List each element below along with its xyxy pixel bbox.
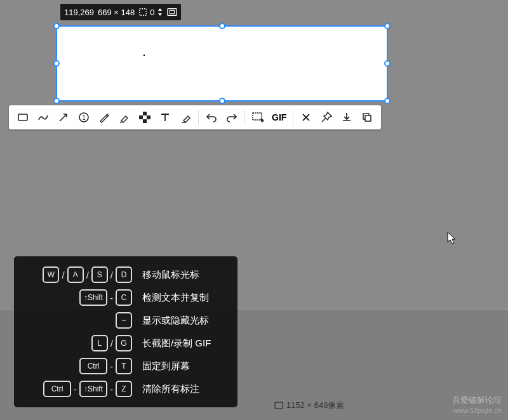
keycap: G [116, 335, 132, 351]
shortcut-hints-panel: W/A/S/D移动鼠标光标↑Shift-C检测文本并复制~显示或隐藏光标L/G长… [14, 256, 237, 407]
keycap: ~ [116, 312, 132, 329]
shortcut-keys: ~ [24, 312, 132, 329]
key-separator: / [86, 270, 90, 280]
shortcut-description: 显示或隐藏光标 [142, 315, 225, 327]
toolbar-separator [198, 110, 199, 125]
resize-handle-nw[interactable] [53, 23, 60, 29]
svg-rect-3 [18, 114, 27, 121]
text-tool[interactable] [155, 107, 175, 128]
shortcut-description: 检测文本并复制 [142, 292, 225, 304]
capture-selection[interactable] [56, 25, 388, 102]
svg-rect-2 [170, 10, 175, 13]
cursor-position: 119,269 [64, 8, 94, 17]
eraser-tool[interactable] [175, 107, 196, 128]
shortcut-description: 固定到屏幕 [142, 360, 225, 372]
keycap: C [116, 289, 132, 306]
svg-rect-10 [139, 119, 143, 123]
canvas-icon [274, 402, 283, 409]
svg-rect-7 [139, 112, 143, 115]
keycap: Ctrl [43, 381, 71, 397]
close-button[interactable] [296, 107, 316, 128]
selection-dimensions: 669 × 148 [98, 8, 135, 17]
keycap: D [116, 266, 132, 283]
key-separator: - [73, 384, 77, 395]
resize-handle-se[interactable] [384, 98, 391, 104]
resize-handle-s[interactable] [219, 98, 225, 104]
key-separator: / [110, 338, 114, 349]
shortcut-description: 移动鼠标光标 [142, 269, 225, 281]
pencil-tool[interactable] [94, 107, 114, 128]
svg-rect-11 [147, 119, 150, 123]
mosaic-tool[interactable] [135, 107, 155, 128]
shortcut-row: ↑Shift-C检测文本并复制 [24, 289, 225, 306]
toolbar-separator [293, 110, 293, 125]
resize-handle-e[interactable] [384, 60, 391, 67]
key-separator: / [110, 270, 114, 280]
resize-handle-n[interactable] [219, 23, 225, 29]
stepper-icon[interactable] [157, 8, 163, 16]
tiny-mark [144, 55, 145, 56]
svg-rect-8 [147, 112, 150, 115]
resize-handle-sw[interactable] [53, 98, 60, 104]
keycap: Z [116, 381, 132, 397]
shortcut-row: Ctrl-T固定到屏幕 [24, 358, 225, 374]
pin-button[interactable] [316, 107, 337, 128]
keycap: A [67, 266, 84, 283]
shortcut-keys: ↑Shift-C [24, 289, 132, 306]
key-separator: - [109, 384, 114, 395]
shortcut-description: 长截图/录制 GIF [142, 338, 225, 350]
keycap: S [91, 266, 108, 283]
ocr-tool[interactable] [248, 107, 268, 128]
arrow-tool[interactable] [53, 107, 74, 128]
keycap: Ctrl [79, 358, 107, 374]
fullscreen-toggle[interactable] [167, 8, 177, 16]
key-separator: - [109, 292, 114, 303]
freehand-tool[interactable] [33, 107, 53, 128]
watermark: 吾爱破解论坛 www.52pojie.cn [452, 395, 502, 415]
mouse-cursor-icon [447, 232, 457, 246]
shortcut-row: L/G长截图/录制 GIF [24, 335, 225, 351]
rectangle-tool[interactable] [13, 107, 33, 128]
highlighter-tool[interactable] [114, 107, 135, 128]
shortcut-row: Ctrl-↑Shift-Z清除所有标注 [24, 381, 225, 397]
svg-text:1: 1 [82, 114, 86, 121]
key-separator: - [109, 361, 114, 372]
dashed-rect-icon [138, 8, 147, 16]
key-separator: / [61, 270, 65, 280]
selection-counter: 0 [138, 8, 163, 17]
svg-rect-1 [168, 9, 177, 16]
number-marker-tool[interactable]: 1 [74, 107, 94, 128]
svg-rect-9 [143, 115, 147, 119]
shortcut-row: W/A/S/D移动鼠标光标 [24, 266, 225, 283]
redo-button[interactable] [222, 107, 242, 128]
keycap: ↑Shift [79, 381, 107, 397]
shortcut-row: ~显示或隐藏光标 [24, 312, 225, 329]
shortcut-keys: Ctrl-T [24, 358, 132, 374]
shortcut-keys: Ctrl-↑Shift-Z [24, 381, 132, 397]
shortcut-keys: L/G [24, 335, 132, 351]
keycap: ↑Shift [79, 289, 107, 306]
svg-rect-0 [140, 9, 147, 16]
keycap: T [116, 358, 132, 374]
svg-rect-15 [275, 402, 283, 409]
annotation-toolbar: 1 GIF [9, 105, 381, 129]
keycap: L [91, 335, 108, 351]
resize-handle-ne[interactable] [384, 23, 391, 29]
svg-rect-14 [365, 115, 371, 121]
shortcut-description: 清除所有标注 [142, 383, 225, 395]
gif-record-button[interactable]: GIF [268, 112, 290, 122]
copy-button[interactable] [357, 107, 377, 128]
keycap: W [43, 266, 59, 283]
selection-info-bar: 119,269 669 × 148 0 [60, 4, 181, 20]
undo-button[interactable] [201, 107, 222, 128]
canvas-dimension-status: 1152 × 648像素 [274, 400, 344, 411]
resize-handle-w[interactable] [53, 60, 60, 67]
shortcut-keys: W/A/S/D [24, 266, 132, 283]
save-button[interactable] [337, 107, 357, 128]
toolbar-separator [244, 110, 245, 125]
